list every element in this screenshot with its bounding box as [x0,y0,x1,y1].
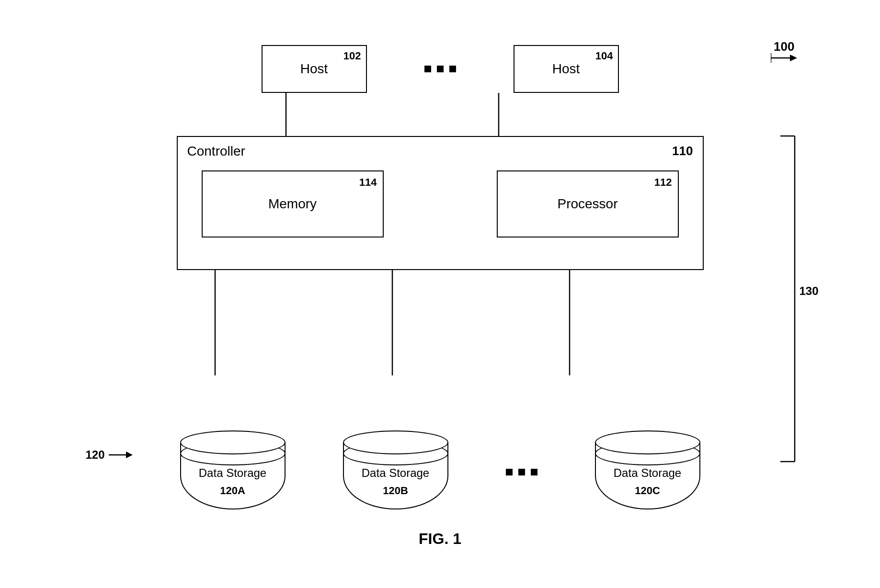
host-102-ref: 102 [343,50,361,62]
dot3 [449,66,456,72]
storage-120a-label: Data Storage [199,466,266,480]
host-104-ref: 104 [595,50,613,62]
ellipsis-storage [506,469,537,475]
diagram: 100 Host 102 Host 104 Controller 110 Mem… [57,31,823,557]
storage-row: Data Storage 120A Data Storage 120B [180,430,700,509]
storage-120a: Data Storage 120A [180,430,286,509]
dot2 [437,66,444,72]
dot1 [424,66,431,72]
ref-130: 130 [799,284,818,298]
storage-120c-top [595,430,700,454]
storage-120c: Data Storage 120C [595,430,700,509]
processor-box: Processor 112 [497,170,679,237]
svg-marker-12 [126,452,133,458]
host-104-label: Host [552,61,580,77]
ellipsis-hosts [424,66,456,72]
host-102-box: Host 102 [262,45,367,93]
inner-boxes: Memory 114 Processor 112 [202,170,679,237]
hosts-row: Host 102 Host 104 [262,45,619,93]
host-102-label: Host [300,61,328,77]
fig-caption: FIG. 1 [419,530,461,548]
svg-marker-9 [790,55,797,61]
processor-ref: 112 [654,176,672,189]
storage-120a-top [180,430,286,454]
memory-ref: 114 [359,176,377,189]
storage-120b: Data Storage 120B [343,430,448,509]
storage-120b-ref: 120B [383,485,408,497]
controller-box: Controller 110 Memory 114 Processor 112 [177,136,704,270]
storage-120b-top [343,430,448,454]
controller-ref: 110 [672,144,693,158]
dot5 [518,469,525,475]
controller-label: Controller [187,144,245,159]
ref-120-label: 120 [86,448,105,462]
storage-120c-cylinder: Data Storage 120C [595,430,700,509]
storage-120a-cylinder: Data Storage 120A [180,430,286,509]
storage-120b-label: Data Storage [362,466,429,480]
dot4 [506,469,513,475]
storage-120a-ref: 120A [220,485,245,497]
storage-120c-ref: 120C [635,485,660,497]
storage-120b-cylinder: Data Storage 120B [343,430,448,509]
ref-120: 120 [86,448,133,462]
memory-box: Memory 114 [202,170,384,237]
dot6 [531,469,537,475]
memory-label: Memory [268,196,317,212]
processor-label: Processor [557,196,617,212]
host-104-box: Host 104 [514,45,619,93]
storage-120c-label: Data Storage [614,466,681,480]
